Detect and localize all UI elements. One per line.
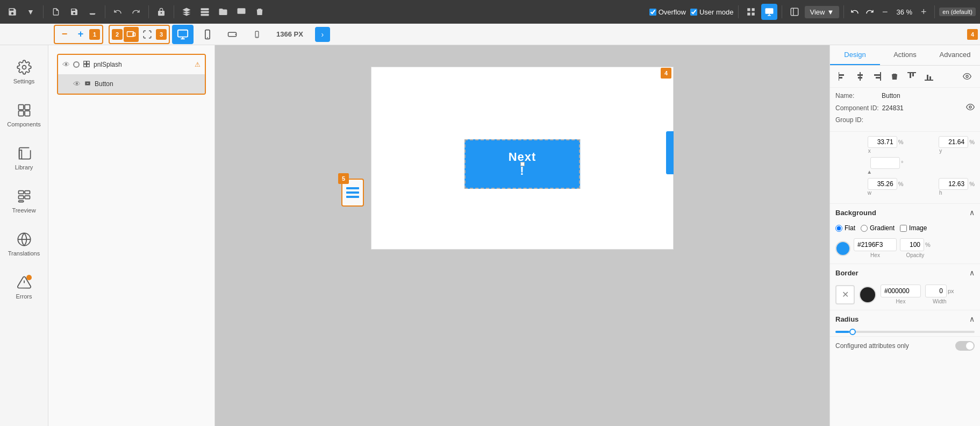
- overflow-checkbox[interactable]: [649, 9, 656, 16]
- panel-toggle-button[interactable]: [786, 4, 803, 20]
- plus-btn[interactable]: +: [73, 27, 88, 42]
- bg-hex-input[interactable]: [854, 238, 897, 251]
- r-input[interactable]: [870, 157, 900, 169]
- responsive-btn[interactable]: [124, 27, 139, 42]
- grid-view-button[interactable]: [743, 4, 759, 20]
- delete-comp-icon[interactable]: [887, 70, 902, 83]
- nav-right-arrow[interactable]: ›: [315, 27, 330, 42]
- bg-flat-label: Flat: [845, 224, 855, 232]
- bg-gradient-option[interactable]: Gradient: [861, 224, 895, 232]
- dropdown-arrow[interactable]: ▼: [23, 4, 39, 20]
- bg-opacity-input[interactable]: [900, 238, 924, 251]
- svg-rect-1: [201, 11, 209, 13]
- radius-section-header[interactable]: Radius ∧: [830, 310, 980, 328]
- align-center-h-icon[interactable]: [853, 70, 868, 83]
- layer-row-pnlSplash[interactable]: 👁 pnlSplash ⚠: [58, 55, 205, 74]
- svg-rect-50: [927, 75, 928, 80]
- tab-actions[interactable]: Actions: [880, 45, 930, 65]
- mobile-btn[interactable]: [246, 25, 268, 44]
- folder-button[interactable]: [215, 4, 231, 20]
- sidebar-item-library[interactable]: Library: [0, 137, 48, 180]
- layer-row-Button[interactable]: 👁 Button: [58, 74, 205, 94]
- h-input[interactable]: [939, 178, 968, 190]
- usermode-checkbox-label[interactable]: User mode: [690, 8, 734, 16]
- sidebar-item-translations[interactable]: Translations: [0, 223, 48, 266]
- eye-toggle[interactable]: [966, 103, 975, 113]
- sep7: [843, 5, 844, 18]
- svg-point-54: [969, 106, 971, 108]
- w-input[interactable]: [868, 178, 897, 190]
- eye-icon-Button[interactable]: 👁: [73, 80, 81, 88]
- bg-flat-radio[interactable]: [835, 225, 842, 232]
- eye-icon-pnlSplash[interactable]: 👁: [62, 60, 70, 69]
- minus-btn[interactable]: −: [57, 27, 72, 42]
- configured-attrs-toggle[interactable]: [955, 341, 975, 351]
- save2-button[interactable]: [66, 4, 82, 20]
- border-color-swatch[interactable]: [859, 286, 876, 303]
- lock-button[interactable]: [153, 4, 169, 20]
- sidebar-item-treeview[interactable]: Treeview: [0, 180, 48, 223]
- undo-button[interactable]: [110, 4, 126, 20]
- redo-button[interactable]: [128, 4, 144, 20]
- zoom-minus-button[interactable]: −: [878, 5, 891, 18]
- sidebar-item-errors[interactable]: Errors: [0, 266, 48, 309]
- bg-color-swatch[interactable]: [835, 241, 850, 256]
- desktop-view-button[interactable]: [761, 4, 777, 20]
- handle-bm[interactable]: [520, 162, 525, 166]
- bg-image-option[interactable]: Image: [900, 224, 927, 232]
- tablet-portrait-btn[interactable]: [197, 25, 218, 44]
- visibility-toggle-icon[interactable]: [960, 70, 975, 83]
- border-style-selector[interactable]: ✕: [835, 285, 855, 304]
- sidebar-item-components[interactable]: Components: [0, 94, 48, 137]
- save-button[interactable]: [4, 4, 20, 20]
- bg-section-header[interactable]: Background ∧: [830, 203, 980, 221]
- svg-rect-47: [910, 73, 911, 78]
- svg-rect-28: [18, 201, 23, 202]
- svg-rect-2: [201, 14, 209, 16]
- align-right-icon[interactable]: [870, 70, 885, 83]
- tab-advanced[interactable]: Advanced: [930, 45, 980, 65]
- prop-compid-row: Component ID: 224831: [835, 103, 975, 113]
- right-panel: Design Actions Advanced: [829, 45, 980, 426]
- bg-gradient-radio[interactable]: [861, 225, 868, 232]
- radius-thumb[interactable]: [849, 329, 856, 335]
- monitor-button[interactable]: [233, 4, 249, 20]
- border-hex-input[interactable]: [881, 285, 921, 297]
- export-button[interactable]: [84, 4, 101, 20]
- h-unit: %: [969, 181, 975, 187]
- svg-rect-48: [912, 73, 914, 76]
- bg-opacity-unit: %: [925, 242, 931, 248]
- redo2-button[interactable]: [863, 5, 876, 18]
- sidebar-item-settings[interactable]: Settings: [0, 51, 48, 94]
- align-top-icon[interactable]: [904, 70, 919, 83]
- align-bottom-icon[interactable]: [921, 70, 936, 83]
- fullscreen-btn[interactable]: [140, 27, 155, 42]
- svg-point-20: [22, 66, 26, 69]
- tab-design[interactable]: Design: [830, 45, 880, 65]
- x-input[interactable]: [868, 136, 897, 148]
- tablet-landscape-btn[interactable]: [221, 25, 243, 44]
- toolbar-group-2: 2 3: [109, 25, 170, 44]
- y-input[interactable]: [939, 136, 968, 148]
- toggle-knob: [966, 342, 974, 350]
- svg-rect-4: [747, 8, 750, 11]
- bg-flat-option[interactable]: Flat: [835, 224, 855, 232]
- border-section-header[interactable]: Border ∧: [830, 264, 980, 281]
- svg-rect-7: [752, 13, 754, 16]
- undo2-button[interactable]: [848, 5, 861, 18]
- new-button[interactable]: [48, 4, 64, 20]
- align-left-icon[interactable]: [835, 70, 850, 83]
- settings-label: Settings: [13, 78, 35, 84]
- bg-image-checkbox[interactable]: [900, 225, 907, 232]
- desktop-device-btn[interactable]: [172, 25, 194, 44]
- view-dropdown[interactable]: View ▼: [805, 6, 840, 18]
- usermode-checkbox[interactable]: [690, 9, 697, 16]
- zoom-plus-button[interactable]: +: [917, 5, 930, 18]
- layers2-button[interactable]: [197, 4, 213, 20]
- radius-slider[interactable]: [835, 331, 975, 333]
- delete-button[interactable]: [252, 4, 268, 20]
- svg-rect-6: [747, 13, 750, 16]
- layers-button[interactable]: [178, 4, 195, 20]
- overflow-checkbox-label[interactable]: Overflow: [649, 8, 686, 16]
- border-width-input[interactable]: [925, 285, 947, 297]
